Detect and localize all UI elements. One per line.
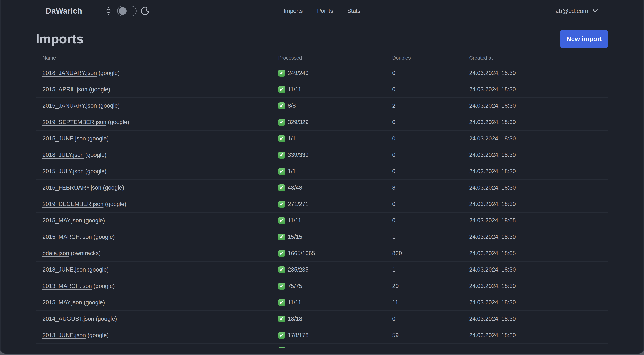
table-body: 2018_JANUARY.json (google)✔249/249024.03…: [36, 65, 608, 348]
file-name-link[interactable]: 2015_APRIL.json: [42, 86, 88, 93]
created-at-cell: 24.03.2024, 18:30: [469, 70, 608, 76]
nav-link-points[interactable]: Points: [317, 8, 333, 14]
processed-cell: ✔271/271: [278, 201, 392, 208]
imports-table: Name Processed Doubles Created at 2018_J…: [36, 52, 608, 348]
check-mark-icon: ✔: [278, 250, 285, 257]
processed-value: 75/75: [288, 283, 302, 290]
created-at-cell: 24.03.2024, 18:30: [469, 299, 608, 306]
doubles-cell: 0: [392, 316, 469, 322]
processed-value: 1665/1665: [288, 250, 315, 257]
title-row: Imports New import: [36, 30, 608, 48]
new-import-button[interactable]: New import: [560, 30, 608, 48]
file-name-cell: 2018_JUNE.json (google): [36, 266, 278, 273]
created-at-cell: 24.03.2024, 18:30: [469, 86, 608, 93]
theme-toggle-switch[interactable]: [117, 5, 136, 16]
file-name-link[interactable]: 2013_JUNE.json: [42, 332, 86, 339]
created-at-cell: 24.03.2024, 18:30: [469, 135, 608, 142]
file-name-link[interactable]: 2015_MAY.json: [42, 217, 82, 224]
file-source-label: (google): [104, 201, 126, 207]
processed-cell: ✔8/8: [278, 102, 392, 109]
doubles-cell: 11: [392, 299, 469, 306]
processed-cell: ✔48/48: [278, 184, 392, 191]
file-name-link[interactable]: 2015_MAY.json: [42, 299, 82, 306]
doubles-cell: 2: [392, 102, 469, 109]
table-row: 2015_JANUARY.json (google)✔8/8224.03.202…: [36, 97, 608, 114]
processed-value: 11/11: [288, 217, 301, 224]
app-window: DaWarIch: [0, 0, 644, 354]
file-source-label: (google): [92, 283, 114, 289]
moon-icon: [141, 7, 149, 15]
processed-value: 1/1: [288, 135, 296, 142]
processed-value: 178/178: [288, 332, 308, 339]
file-source-label: (google): [94, 316, 117, 322]
file-name-cell: 2013_MARCH.json (google): [36, 283, 278, 290]
created-at-cell: 24.03.2024, 18:30: [469, 168, 608, 175]
file-source-label: (google): [82, 299, 105, 306]
account-menu-button[interactable]: ab@cd.com: [555, 7, 598, 14]
created-at-cell: 24.03.2024, 18:30: [469, 283, 608, 290]
doubles-cell: 0: [392, 168, 469, 175]
chevron-down-icon: [592, 9, 598, 13]
created-at-cell: 24.03.2024, 18:30: [469, 234, 608, 240]
file-name-link[interactable]: 2019_SEPTEMBER.json: [42, 119, 106, 125]
processed-cell: ✔75/75: [278, 283, 392, 290]
file-name-cell: 2014_AUGUST.json (google): [36, 316, 278, 322]
processed-cell: [278, 344, 392, 348]
created-at-cell: 24.03.2024, 18:30: [469, 119, 608, 125]
table-row: 2015_JULY.json (google)✔1/1024.03.2024, …: [36, 163, 608, 179]
table-row: 2015_MAY.json (google)✔11/11024.03.2024,…: [36, 212, 608, 229]
file-name-link[interactable]: odata.json: [42, 250, 69, 257]
created-at-cell: 24.03.2024, 18:30: [469, 266, 608, 273]
file-source-label: (owntracks): [69, 250, 100, 257]
table-row: 2014_AUGUST.json (google)✔18/18024.03.20…: [36, 311, 608, 327]
created-at-cell: 24.03.2024, 18:05: [469, 217, 608, 224]
created-at-cell: 24.03.2024, 18:30: [469, 316, 608, 322]
file-name-link[interactable]: 2014_AUGUST.json: [42, 316, 94, 322]
doubles-cell: 0: [392, 135, 469, 142]
table-row: 2015_MARCH.json (google)✔15/15124.03.202…: [36, 229, 608, 245]
file-name-cell: 2015_APRIL.json (google): [36, 86, 278, 93]
file-name-link[interactable]: 2015_JULY.json: [42, 168, 84, 175]
check-mark-icon: ✔: [278, 119, 285, 126]
file-source-label: (google): [86, 266, 109, 273]
doubles-cell: 0: [392, 70, 469, 76]
file-name-link[interactable]: 2015_JANUARY.json: [42, 102, 97, 109]
doubles-cell: 59: [392, 332, 469, 339]
table-row: 2015_APRIL.json (google)✔11/11024.03.202…: [36, 81, 608, 97]
doubles-cell: 0: [392, 119, 469, 125]
file-source-label: (google): [86, 135, 109, 142]
nav-link-stats[interactable]: Stats: [347, 8, 360, 14]
file-name-link[interactable]: 2015_FEBRUARY.json: [42, 184, 101, 191]
page-title: Imports: [36, 32, 84, 45]
navbar: DaWarIch: [0, 0, 644, 22]
file-name-link[interactable]: 2015_JUNE.json: [42, 135, 86, 142]
file-name-link[interactable]: 2013_MARCH.json: [42, 283, 92, 289]
file-name-cell: 2019_DECEMBER.json (google): [36, 201, 278, 208]
file-name-cell: 2018_JULY.json (google): [36, 152, 278, 158]
check-mark-icon: ✔: [278, 102, 285, 109]
created-at-cell: 24.03.2024, 18:30: [469, 184, 608, 191]
processed-value: 249/249: [288, 70, 308, 76]
file-source-label: (google): [84, 152, 106, 158]
file-name-link[interactable]: 2018_JANUARY.json: [42, 70, 97, 76]
table-row: 2015_JUNE.json (google)✔1/1024.03.2024, …: [36, 130, 608, 147]
created-at-cell: 24.03.2024, 18:30: [469, 201, 608, 208]
check-mark-icon: ✔: [278, 201, 285, 208]
column-header-doubles: Doubles: [392, 55, 469, 61]
check-mark-icon: ✔: [278, 299, 285, 306]
doubles-cell: 8: [392, 184, 469, 191]
processed-cell: ✔249/249: [278, 70, 392, 76]
file-name-link[interactable]: 2019_DECEMBER.json: [42, 201, 104, 207]
processed-value: 235/235: [288, 266, 308, 273]
nav-link-imports[interactable]: Imports: [284, 8, 303, 14]
file-name-cell: odata.json (owntracks): [36, 250, 278, 257]
check-mark-icon: ✔: [278, 217, 285, 224]
file-source-label: (google): [82, 217, 105, 224]
file-name-link[interactable]: 2018_JULY.json: [42, 152, 84, 158]
file-name-link[interactable]: 2018_JUNE.json: [42, 266, 86, 273]
column-header-name: Name: [36, 55, 278, 61]
processed-cell: ✔11/11: [278, 299, 392, 306]
file-name-link[interactable]: 2015_MARCH.json: [42, 234, 92, 240]
processed-cell: ✔329/329: [278, 119, 392, 126]
table-row: 2018_JUNE.json (google)✔235/235124.03.20…: [36, 261, 608, 278]
